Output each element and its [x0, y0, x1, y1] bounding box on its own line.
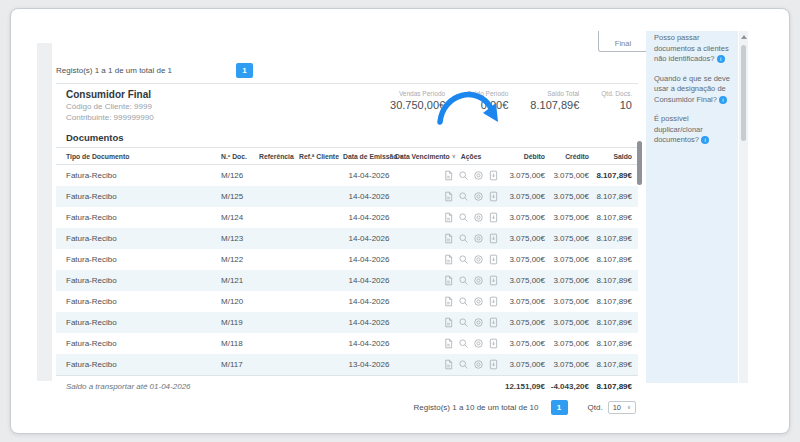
document-icon[interactable] [443, 212, 454, 223]
page-1-button[interactable]: 1 [551, 400, 568, 415]
debit-cell: 3.075,00€ [499, 318, 545, 327]
document-icon[interactable] [443, 317, 454, 328]
pdf-download-icon[interactable] [488, 170, 499, 181]
column-header-label: Crédito [565, 153, 589, 160]
document-icon[interactable] [443, 254, 454, 265]
table-scrollbar-thumb[interactable] [637, 141, 642, 185]
stamp-icon[interactable] [473, 317, 484, 328]
document-icon[interactable] [443, 359, 454, 370]
pdf-download-icon[interactable] [488, 296, 499, 307]
column-header-d-bito[interactable]: Débito [499, 153, 545, 160]
preview-icon[interactable] [458, 254, 469, 265]
column-header-a-es[interactable]: Ações [443, 153, 499, 160]
sidebar-scrollbar-thumb[interactable] [741, 45, 746, 141]
faq-question[interactable]: Quando é que se deve usar a designação d… [654, 74, 730, 106]
stamp-icon[interactable] [473, 170, 484, 181]
doc-type-cell: Fatura-Recibo [56, 234, 221, 243]
document-icon[interactable] [443, 338, 454, 349]
scroll-up-arrow-icon[interactable] [741, 35, 747, 39]
stamp-icon[interactable] [473, 191, 484, 202]
table-row[interactable]: Fatura-ReciboM/12314-04-20263.075,00€3.0… [56, 228, 638, 249]
document-icon[interactable] [443, 275, 454, 286]
customer-name: Consumidor Final [66, 89, 154, 100]
pdf-download-icon[interactable] [488, 254, 499, 265]
faq-question[interactable]: É possível duplicar/clonar documentos? [654, 114, 730, 146]
page-size-select[interactable]: 10 ∨ [608, 401, 636, 414]
preview-icon[interactable] [458, 359, 469, 370]
balance-cell: 8.107,89€ [589, 318, 638, 327]
column-header-data-vencimento[interactable]: Data Vencimento∨ [395, 153, 443, 160]
debit-cell: 3.075,00€ [499, 276, 545, 285]
pdf-download-icon[interactable] [488, 212, 499, 223]
column-header-tipo-de-documento[interactable]: Tipo de Documento [56, 153, 221, 160]
balance-cell: 8.107,89€ [589, 276, 638, 285]
pdf-download-icon[interactable] [488, 359, 499, 370]
faq-question[interactable]: Posso passar documentos a clientes não i… [654, 33, 730, 65]
issue-date-cell: 13-04-2026 [343, 360, 395, 369]
doc-type-cell: Fatura-Recibo [56, 339, 221, 348]
column-header-label: Tipo de Documento [66, 153, 129, 160]
info-icon[interactable] [717, 55, 725, 63]
column-header-data-de-emiss-o[interactable]: Data de Emissão∨ [343, 153, 395, 160]
doc-type-cell: Fatura-Recibo [56, 360, 221, 369]
stats-bar: Vendas Período30.750,00€Saldo Período0,0… [390, 89, 632, 122]
pdf-download-icon[interactable] [488, 317, 499, 328]
actions-cell [443, 233, 499, 244]
column-header-saldo[interactable]: Saldo [589, 153, 638, 160]
debit-cell: 3.075,00€ [499, 339, 545, 348]
table-row[interactable]: Fatura-ReciboM/12214-04-20263.075,00€3.0… [56, 249, 638, 270]
table-row[interactable]: Fatura-ReciboM/12114-04-20263.075,00€3.0… [56, 270, 638, 291]
total-debit: 12.151,09€ [499, 382, 545, 391]
table-row[interactable]: Fatura-ReciboM/12514-04-20263.075,00€3.0… [56, 186, 638, 207]
preview-icon[interactable] [458, 275, 469, 286]
preview-icon[interactable] [458, 338, 469, 349]
client-results-text: Registo(s) 1 a 1 de um total de 1 [56, 66, 172, 75]
stamp-icon[interactable] [473, 359, 484, 370]
pdf-download-icon[interactable] [488, 338, 499, 349]
doc-number-cell: M/118 [221, 339, 259, 348]
stamp-icon[interactable] [473, 338, 484, 349]
info-icon[interactable] [701, 136, 709, 144]
stamp-icon[interactable] [473, 254, 484, 265]
balance-cell: 8.107,89€ [589, 297, 638, 306]
table-row[interactable]: Fatura-ReciboM/11713-04-20263.075,00€3.0… [56, 354, 638, 375]
stamp-icon[interactable] [473, 275, 484, 286]
column-header-refer-ncia[interactable]: Referência [259, 153, 299, 160]
table-row[interactable]: Fatura-ReciboM/12614-04-20263.075,00€3.0… [56, 165, 638, 186]
column-header-cr-dito[interactable]: Crédito [545, 153, 589, 160]
credit-cell: 3.075,00€ [545, 297, 589, 306]
client-page-1-button[interactable]: 1 [236, 63, 253, 78]
table-row[interactable]: Fatura-ReciboM/12414-04-20263.075,00€3.0… [56, 207, 638, 228]
stat-qtd-docs-: Qtd. Docs.10 [601, 90, 632, 111]
document-icon[interactable] [443, 296, 454, 307]
doc-type-cell: Fatura-Recibo [56, 213, 221, 222]
column-header-n-doc-[interactable]: N.º Doc. [221, 153, 259, 160]
preview-icon[interactable] [458, 296, 469, 307]
preview-icon[interactable] [458, 212, 469, 223]
table-row[interactable]: Fatura-ReciboM/11814-04-20263.075,00€3.0… [56, 333, 638, 354]
info-icon[interactable] [719, 96, 727, 104]
sidebar-scrollbar[interactable] [739, 31, 748, 383]
preview-icon[interactable] [458, 170, 469, 181]
preview-icon[interactable] [458, 233, 469, 244]
actions-cell [443, 359, 499, 370]
document-icon[interactable] [443, 170, 454, 181]
table-row[interactable]: Fatura-ReciboM/12014-04-20263.075,00€3.0… [56, 291, 638, 312]
preview-icon[interactable] [458, 191, 469, 202]
column-header-ref-cliente[interactable]: Ref.ª Cliente [299, 153, 343, 160]
pdf-download-icon[interactable] [488, 275, 499, 286]
pdf-download-icon[interactable] [488, 233, 499, 244]
document-icon[interactable] [443, 233, 454, 244]
doc-type-cell: Fatura-Recibo [56, 171, 221, 180]
stamp-icon[interactable] [473, 296, 484, 307]
doc-type-cell: Fatura-Recibo [56, 297, 221, 306]
document-icon[interactable] [443, 191, 454, 202]
issue-date-cell: 14-04-2026 [343, 171, 395, 180]
stamp-icon[interactable] [473, 212, 484, 223]
doc-type-cell: Fatura-Recibo [56, 255, 221, 264]
pdf-download-icon[interactable] [488, 191, 499, 202]
preview-icon[interactable] [458, 317, 469, 328]
stamp-icon[interactable] [473, 233, 484, 244]
table-row[interactable]: Fatura-ReciboM/11914-04-20263.075,00€3.0… [56, 312, 638, 333]
credit-cell: 3.075,00€ [545, 171, 589, 180]
